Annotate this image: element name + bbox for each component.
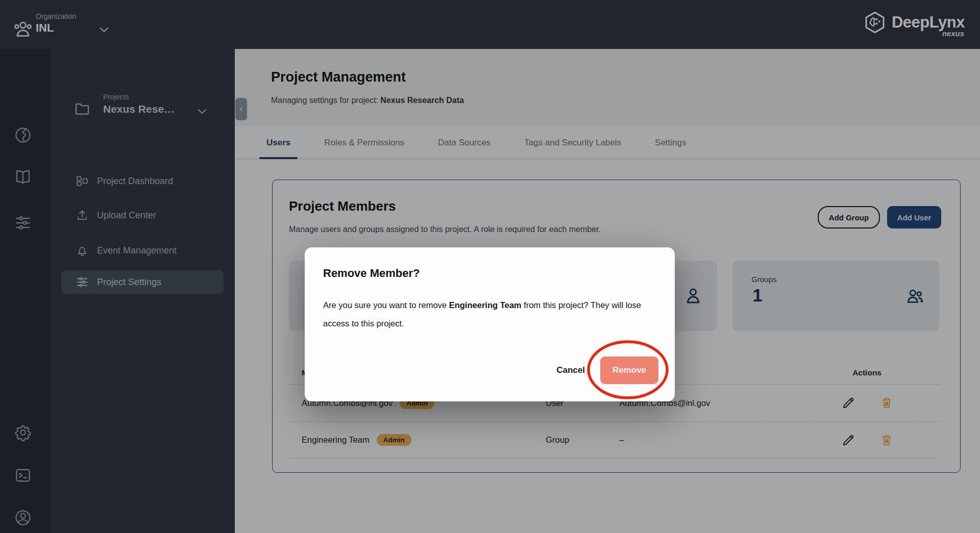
dialog-title: Remove Member? (323, 267, 420, 280)
dialog-body-member-name: Engineering Team (449, 300, 522, 310)
cancel-button[interactable]: Cancel (556, 365, 585, 375)
remove-button[interactable]: Remove (600, 357, 658, 384)
dialog-body: Are you sure you want to remove Engineer… (323, 296, 660, 333)
dialog-body-prefix: Are you sure you want to remove (323, 300, 449, 310)
dialog-footer: Cancel Remove (556, 357, 658, 384)
remove-member-dialog: Remove Member? Are you sure you want to … (305, 247, 675, 401)
